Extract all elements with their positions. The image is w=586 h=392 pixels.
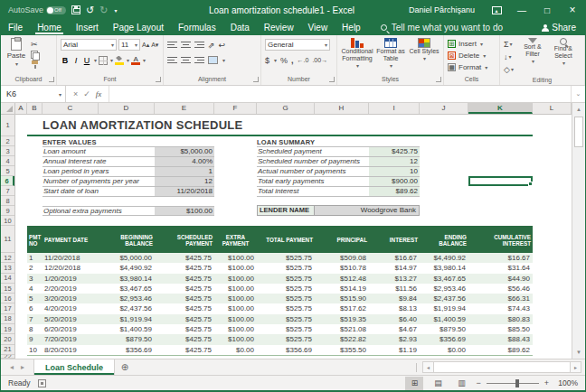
table-header-cell[interactable]: TOTAL PAYMENT	[257, 226, 315, 253]
table-cell[interactable]: $425.75	[155, 345, 214, 355]
vertical-scroll-thumb[interactable]	[574, 117, 583, 147]
font-dialog-launcher[interactable]	[156, 77, 161, 82]
minimize-button[interactable]: —	[509, 0, 534, 20]
row-header-6[interactable]: 6	[1, 176, 14, 186]
table-cell[interactable]: 3	[27, 274, 43, 284]
table-cell[interactable]: $510.78	[315, 263, 369, 273]
zoom-out-button[interactable]: −	[476, 378, 480, 387]
table-cell[interactable]: $2.93	[369, 334, 420, 344]
align-bottom-icon[interactable]	[194, 41, 204, 49]
table-cell[interactable]: 11/20/2018	[43, 253, 99, 263]
table-cell[interactable]: $88.43	[468, 334, 533, 344]
table-cell[interactable]: $355.50	[315, 345, 369, 355]
table-cell[interactable]: 5	[27, 294, 43, 303]
zoom-slider[interactable]	[487, 383, 539, 384]
enter-values-heading[interactable]: ENTER VALUES	[43, 138, 97, 146]
table-cell[interactable]: $31.64	[468, 263, 533, 273]
table-cell[interactable]: $1,400.59	[99, 324, 155, 334]
table-cell[interactable]: $525.75	[257, 263, 315, 273]
table-cell[interactable]: 8/20/2019	[43, 345, 99, 355]
select-all-corner[interactable]	[1, 103, 15, 115]
tab-review[interactable]: Review	[257, 20, 301, 35]
table-cell[interactable]: $13.27	[369, 274, 420, 284]
horizontal-scrollbar[interactable]: ◂ ▸	[416, 359, 585, 375]
table-cell[interactable]: $11.56	[369, 284, 420, 294]
table-cell[interactable]: $425.75	[155, 253, 214, 263]
fill-button[interactable]: ↓▾	[504, 51, 514, 62]
page-layout-view-button[interactable]: ▤	[429, 377, 447, 390]
table-cell[interactable]: $2,437.56	[420, 294, 468, 303]
table-cell[interactable]: $517.62	[315, 303, 369, 313]
table-cell[interactable]: 8	[27, 324, 43, 334]
merge-center-icon[interactable]	[208, 56, 218, 64]
table-cell[interactable]: $100.00	[214, 284, 257, 294]
table-cell[interactable]: $3,467.65	[99, 284, 155, 294]
row-header-11[interactable]: 11	[1, 226, 14, 253]
table-header-cell[interactable]: PAYMENT DATE	[43, 226, 99, 253]
fill-color-icon[interactable]	[115, 56, 124, 65]
column-header-L[interactable]: L	[533, 103, 572, 114]
clear-button[interactable]: ◇▾	[504, 63, 514, 75]
table-cell[interactable]: $100.00	[214, 294, 257, 303]
number-dialog-launcher[interactable]	[329, 77, 335, 82]
row-header-9[interactable]: 9	[1, 206, 14, 216]
enter-values-row[interactable]: Annual interest rate4.00%	[43, 157, 214, 167]
table-cell[interactable]: $80.83	[468, 314, 533, 324]
zoom-in-button[interactable]: +	[544, 378, 549, 387]
format-as-table-button[interactable]: Format as Table ▾	[374, 38, 407, 74]
alignment-dialog-launcher[interactable]	[253, 77, 259, 82]
table-cell[interactable]: $514.19	[315, 284, 369, 294]
table-cell[interactable]: $56.46	[468, 284, 533, 294]
loan-summary-row[interactable]: Scheduled number of payments12	[257, 157, 420, 167]
sheet-tab-loan-schedule[interactable]: Loan Schedule	[33, 359, 115, 375]
row-header-14[interactable]: 14	[1, 274, 14, 284]
enter-values-row[interactable]: Loan period in years1	[43, 167, 214, 177]
insert-cells-button[interactable]: ⊞Insert▾	[448, 38, 496, 50]
table-cell[interactable]: $521.08	[315, 324, 369, 334]
format-painter-icon[interactable]	[31, 61, 39, 69]
scroll-down-icon[interactable]: ▼	[572, 346, 585, 359]
table-cell[interactable]: $4.67	[369, 324, 420, 334]
row-header-2[interactable]: 2	[1, 136, 14, 146]
table-cell[interactable]: $89.62	[468, 345, 533, 355]
confirm-entry-icon[interactable]: ✓	[83, 89, 90, 98]
column-header-I[interactable]: I	[369, 103, 420, 114]
table-cell[interactable]: $525.75	[257, 334, 315, 344]
accounting-format-icon[interactable]: $	[265, 56, 269, 65]
selected-cell-outline[interactable]	[468, 176, 533, 186]
tab-data[interactable]: Data	[223, 20, 257, 35]
table-cell[interactable]: $6.40	[369, 314, 420, 324]
decrease-decimal-icon[interactable]: .00→	[312, 56, 327, 65]
increase-decimal-icon[interactable]: ←.0	[298, 56, 309, 65]
new-sheet-button[interactable]: ⊕	[115, 359, 135, 375]
table-header-cell[interactable]: EXTRA PAYMENT	[214, 226, 257, 253]
scroll-right-icon[interactable]: ▸	[570, 361, 581, 373]
extra-payments-row[interactable]: Optional extra payments $100.00	[43, 206, 214, 216]
table-cell[interactable]: 10	[27, 345, 43, 355]
table-cell[interactable]: $425.75	[155, 303, 214, 313]
name-box[interactable]: K6▾	[1, 86, 66, 102]
macro-record-icon[interactable]	[38, 379, 46, 387]
ribbon-display-options-button[interactable]: ▴	[484, 0, 509, 20]
table-cell[interactable]: $3,980.14	[420, 263, 468, 273]
loan-summary-row[interactable]: Total early payments$900.00	[257, 177, 420, 187]
table-cell[interactable]: $1,400.59	[420, 314, 468, 324]
row-header-8[interactable]: 8	[1, 196, 14, 206]
table-cell[interactable]: 12/20/2018	[43, 263, 99, 273]
table-cell[interactable]: 4/20/2019	[43, 303, 99, 313]
loan-summary-heading[interactable]: LOAN SUMMARY	[257, 138, 315, 146]
cut-icon[interactable]: ✂	[31, 40, 39, 49]
align-middle-icon[interactable]	[181, 41, 191, 49]
share-button[interactable]: Share	[533, 20, 585, 35]
enter-values-row[interactable]: Loan amount$5,000.00	[43, 147, 214, 157]
cell-styles-button[interactable]: Cell Styles ▾	[408, 38, 440, 74]
tell-me-search[interactable]: Tell me what you want to do	[381, 20, 503, 35]
table-cell[interactable]: $356.69	[99, 345, 155, 355]
tab-view[interactable]: View	[301, 20, 336, 35]
loan-summary-row[interactable]: Scheduled payment$425.75	[257, 147, 420, 157]
table-cell[interactable]: 2	[27, 263, 43, 273]
clipboard-dialog-launcher[interactable]	[49, 77, 54, 82]
table-cell[interactable]: 2/20/2019	[43, 284, 99, 294]
italic-button[interactable]: I	[71, 56, 80, 65]
column-header-E[interactable]: E	[155, 103, 214, 114]
